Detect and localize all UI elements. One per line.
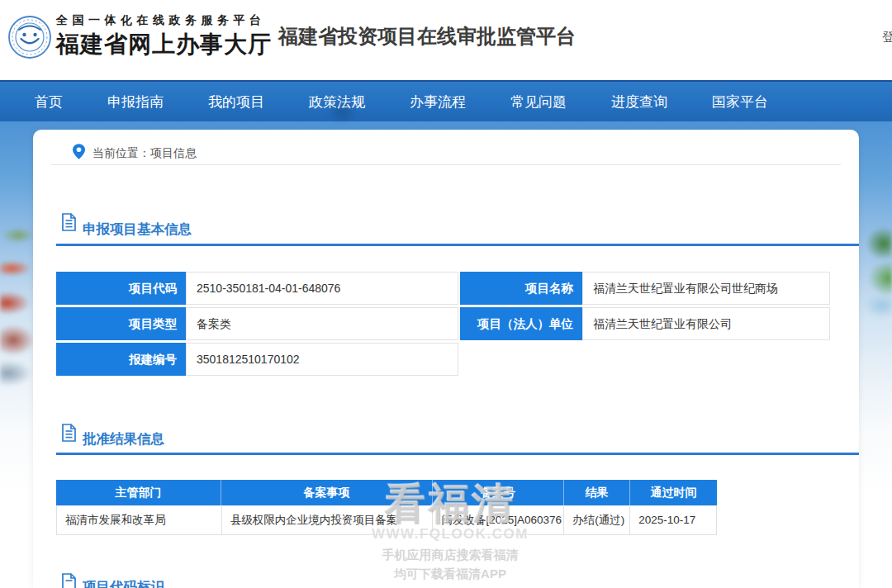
cell-department: 福清市发展和改革局 — [57, 506, 222, 534]
table-row: 福清市发展和改革局 县级权限内企业境内投资项目备案 闽发改备[2025]A060… — [56, 505, 717, 535]
main-nav: 首页 申报指南 我的项目 政策法规 办事流程 常见问题 进度查询 国家平台 — [0, 80, 892, 121]
column-header-record-item: 备案事项 — [221, 480, 433, 505]
document-icon — [61, 424, 77, 442]
login-link[interactable]: 登录 — [882, 30, 892, 45]
site-header: 全国一体化在线政务服务平台 福建省网上办事大厅 福建省投资项目在线审批监管平台 … — [0, 0, 892, 80]
page: 全国一体化在线政务服务平台 福建省网上办事大厅 福建省投资项目在线审批监管平台 … — [0, 0, 892, 588]
section-rule — [56, 453, 859, 455]
field-label-construction-no: 报建编号 — [56, 343, 186, 376]
approval-result-header-row: 主管部门 备案事项 备案号 结果 通过时间 — [56, 480, 717, 505]
cell-pass-date: 2025-10-17 — [630, 506, 717, 534]
nav-item-national-platform[interactable]: 国家平台 — [712, 92, 768, 111]
column-header-record-no: 备案号 — [433, 480, 564, 505]
document-icon — [61, 213, 77, 231]
basic-info-table: 项目代码 2510-350181-04-01-648076 项目名称 福清兰天世… — [56, 272, 830, 376]
nav-item-process[interactable]: 办事流程 — [410, 92, 466, 111]
section-title-basic-info: 申报项目基本信息 — [83, 220, 192, 239]
field-value-project-code: 2510-350181-04-01-648076 — [186, 272, 458, 305]
nav-item-policies[interactable]: 政策法规 — [309, 92, 365, 111]
section-title-approval-result: 批准结果信息 — [83, 430, 164, 448]
logo-platform-label: 全国一体化在线政务服务平台 — [56, 13, 272, 28]
column-header-result: 结果 — [564, 480, 630, 505]
field-label-legal-entity: 项目（法人）单位 — [460, 307, 582, 340]
field-value-project-name: 福清兰天世纪置业有限公司世纪商场 — [582, 272, 830, 305]
section-rule — [56, 244, 859, 246]
field-value-project-type: 备案类 — [186, 307, 458, 340]
logo-portal-name: 福建省网上办事大厅 — [56, 29, 272, 60]
field-label-project-code: 项目代码 — [56, 272, 186, 305]
nav-item-faq[interactable]: 常见问题 — [510, 92, 567, 111]
approval-result-table: 主管部门 备案事项 备案号 结果 通过时间 福清市发展和改革局 县级权限内企业境… — [56, 480, 717, 535]
nav-item-home[interactable]: 首页 — [35, 92, 63, 111]
logo-text: 全国一体化在线政务服务平台 福建省网上办事大厅 — [56, 13, 272, 60]
trees-photo — [857, 219, 892, 318]
cell-record-no: 闽发改备[2025]A060376 — [433, 506, 564, 534]
document-icon — [61, 573, 77, 588]
smiley-face-emblem-icon — [8, 16, 51, 59]
cell-record-item: 县级权限内企业境内投资项目备案 — [222, 506, 434, 534]
cell-result: 办结(通过) — [564, 506, 630, 534]
column-header-department: 主管部门 — [56, 480, 221, 505]
field-value-construction-no: 3501812510170102 — [186, 343, 458, 376]
breadcrumb-divider — [51, 164, 841, 165]
breadcrumb: 当前位置：项目信息 — [93, 146, 197, 161]
column-header-pass-date: 通过时间 — [630, 480, 717, 505]
nav-item-my-projects[interactable]: 我的项目 — [208, 92, 264, 111]
field-label-project-name: 项目名称 — [460, 272, 582, 305]
field-label-project-type: 项目类型 — [56, 307, 186, 340]
section-title-project-code-mark: 项目代码标识 — [83, 578, 164, 588]
page-title: 福建省投资项目在线审批监管平台 — [278, 23, 576, 50]
portal-logo[interactable]: 全国一体化在线政务服务平台 福建省网上办事大厅 — [8, 13, 272, 60]
nav-item-declaration-guide[interactable]: 申报指南 — [107, 92, 164, 111]
field-value-legal-entity: 福清兰天世纪置业有限公司 — [582, 307, 830, 340]
nav-item-progress-query[interactable]: 进度查询 — [611, 92, 667, 111]
location-pin-icon — [73, 144, 85, 159]
